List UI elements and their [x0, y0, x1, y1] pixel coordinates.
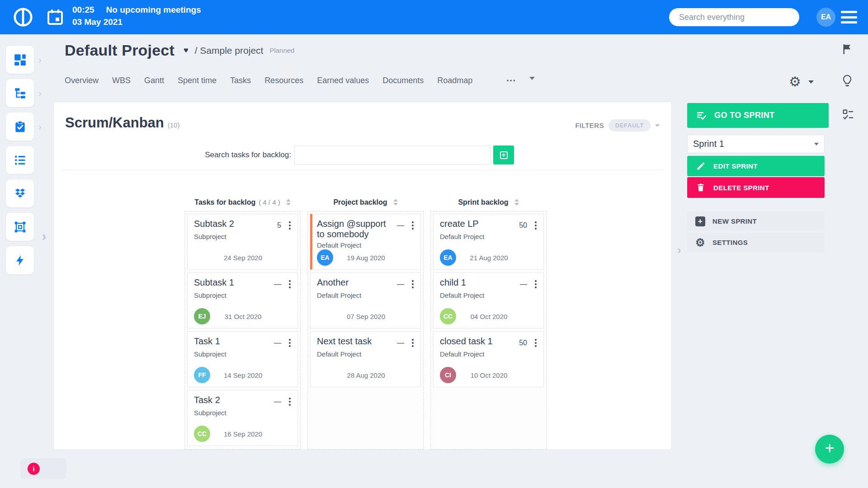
tab-overview[interactable]: Overview	[65, 76, 99, 85]
sprint-settings-button[interactable]: ⚙ SETTINGS	[687, 233, 825, 252]
column-header[interactable]: Project backlog	[307, 196, 424, 208]
sidebar-item-project-tree[interactable]: ›	[6, 79, 34, 107]
chevron-right-icon[interactable]: ›	[38, 88, 42, 98]
favorite-heart-icon[interactable]: ♥	[184, 46, 189, 55]
task-title[interactable]: Subtask 2	[194, 219, 234, 229]
kebab-menu-icon[interactable]	[288, 338, 292, 348]
task-card[interactable]: child 1—Default ProjectCC04 Oct 2020	[433, 272, 544, 328]
breadcrumb[interactable]: / Sample project	[195, 45, 264, 56]
task-title[interactable]: Task 2	[194, 395, 220, 405]
task-value: —	[397, 221, 404, 230]
chevron-right-icon[interactable]: ›	[38, 55, 42, 64]
column-header[interactable]: Sprint backlog	[430, 196, 547, 208]
hamburger-menu-icon[interactable]	[841, 11, 857, 23]
new-sprint-button[interactable]: + NEW SPRINT	[687, 211, 825, 231]
assignee-avatar[interactable]: CI	[440, 367, 456, 383]
kebab-menu-icon[interactable]	[533, 220, 538, 231]
sidebar-item-frame[interactable]	[6, 213, 34, 241]
task-title[interactable]: Another	[317, 277, 349, 288]
gear-icon: ⚙	[695, 237, 705, 248]
task-title[interactable]: Assign @support to somebody	[317, 219, 394, 239]
scrum-kanban-panel: Scrum/Kanban(10) FILTERS DEFAULT Search …	[53, 102, 672, 450]
flag-icon[interactable]	[841, 43, 853, 55]
backlog-search-input[interactable]	[294, 145, 491, 164]
kebab-menu-icon[interactable]	[533, 279, 538, 290]
column-header[interactable]: Tasks for backlog( 4 / 4 )	[184, 196, 301, 208]
tabs-overflow: ...	[506, 76, 535, 80]
task-card[interactable]: Subtask 25Subproject24 Sep 2020	[187, 214, 298, 270]
go-to-sprint-button[interactable]: GO TO SPRINT	[687, 103, 829, 128]
kebab-menu-icon[interactable]	[288, 396, 292, 407]
tab-resources[interactable]: Resources	[264, 76, 303, 85]
tab-documents[interactable]: Documents	[382, 76, 424, 85]
sidebar-item-quick-actions[interactable]	[6, 246, 34, 274]
task-title[interactable]: Task 1	[194, 336, 220, 347]
task-card[interactable]: Subtask 1—SubprojectEJ31 Oct 2020	[187, 272, 298, 328]
filters-control[interactable]: FILTERS DEFAULT	[575, 119, 660, 131]
task-title[interactable]: closed task 1	[440, 336, 493, 347]
edit-sprint-button[interactable]: EDIT SPRINT	[687, 156, 825, 176]
task-title[interactable]: child 1	[440, 277, 466, 288]
assignee-avatar[interactable]: FF	[194, 367, 210, 383]
tab-spent-time[interactable]: Spent time	[178, 76, 217, 85]
breadcrumb-parent[interactable]: Sample project	[200, 45, 263, 56]
add-task-fab[interactable]: +	[815, 435, 844, 464]
sprint-select[interactable]: Sprint 1	[687, 135, 825, 153]
task-card[interactable]: Assign @support to somebody—Default Proj…	[310, 214, 421, 270]
chevron-down-icon[interactable]	[655, 124, 660, 127]
chevron-down-icon[interactable]	[529, 77, 535, 80]
sort-icon[interactable]	[286, 199, 291, 206]
sort-icon[interactable]	[514, 199, 519, 206]
delete-sprint-button[interactable]: DELETE SPRINT	[687, 177, 825, 198]
app-logo-icon[interactable]	[13, 7, 33, 28]
assignee-avatar[interactable]: EA	[440, 249, 456, 266]
assignee-avatar[interactable]: EA	[317, 249, 333, 266]
kebab-menu-icon[interactable]	[533, 338, 538, 348]
sidebar-expand-chevron-icon[interactable]: ›	[42, 228, 47, 244]
filters-value-pill[interactable]: DEFAULT	[609, 119, 651, 131]
tab-gantt[interactable]: Gantt	[144, 76, 164, 85]
panel-collapse-chevron-icon[interactable]: ›	[677, 243, 681, 257]
task-title[interactable]: create LP	[440, 219, 479, 229]
quick-actions-icon	[14, 254, 26, 267]
chevron-right-icon[interactable]: ›	[38, 122, 42, 131]
assignee-avatar[interactable]: CC	[194, 426, 210, 442]
sort-icon[interactable]	[393, 199, 398, 206]
tab-tasks[interactable]: Tasks	[230, 76, 251, 85]
assignee-avatar[interactable]: CC	[440, 308, 456, 324]
kebab-menu-icon[interactable]	[288, 220, 292, 231]
checklist-icon[interactable]	[842, 108, 854, 121]
task-title[interactable]: Next test task	[317, 336, 372, 347]
assignee-avatar[interactable]: EJ	[194, 308, 210, 324]
user-avatar[interactable]: EA	[816, 8, 835, 27]
kebab-menu-icon[interactable]	[410, 220, 415, 231]
more-tabs-button[interactable]: ...	[506, 76, 516, 80]
backlog-add-button[interactable]: +	[493, 145, 514, 164]
tab-wbs[interactable]: WBS	[112, 76, 131, 85]
sidebar: ›››	[6, 46, 34, 280]
task-card[interactable]: Next test task—Default Project28 Aug 202…	[310, 331, 421, 387]
sidebar-item-dashboard[interactable]: ›	[6, 46, 34, 74]
sidebar-item-dropbox[interactable]	[6, 179, 34, 207]
task-card[interactable]: closed task 150Default ProjectCI10 Oct 2…	[433, 331, 544, 387]
kebab-menu-icon[interactable]	[410, 338, 415, 348]
tab-earned-values[interactable]: Earned values	[317, 76, 369, 85]
task-card[interactable]: create LP50Default ProjectEA21 Aug 2020	[433, 214, 544, 270]
sidebar-item-tasks[interactable]: ›	[6, 113, 34, 141]
info-icon[interactable]: i	[28, 463, 40, 475]
meeting-widget[interactable]: 00:25 No upcoming meetings 03 May 2021	[72, 5, 201, 27]
task-title[interactable]: Subtask 1	[194, 277, 234, 288]
task-project-label: Default Project	[317, 350, 415, 358]
chevron-down-icon[interactable]	[808, 80, 814, 84]
gear-icon[interactable]: ⚙	[789, 75, 801, 89]
lightbulb-icon[interactable]	[841, 74, 854, 88]
kebab-menu-icon[interactable]	[410, 279, 415, 290]
tab-roadmap[interactable]: Roadmap	[437, 76, 472, 85]
task-card[interactable]: Another—Default Project07 Sep 2020	[310, 272, 421, 328]
task-card[interactable]: Task 2—SubprojectCC16 Sep 2020	[187, 390, 298, 446]
calendar-icon[interactable]	[46, 8, 64, 26]
global-search-input[interactable]	[669, 8, 799, 26]
sidebar-item-list[interactable]	[6, 146, 34, 174]
task-card[interactable]: Task 1—SubprojectFF14 Sep 2020	[187, 331, 298, 387]
kebab-menu-icon[interactable]	[288, 279, 292, 290]
